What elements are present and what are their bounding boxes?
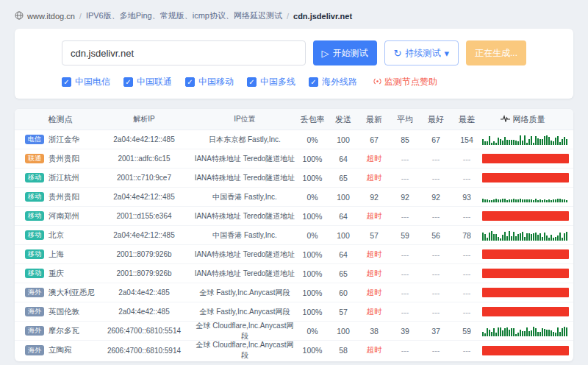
col-header-ip-location: IP位置 (193, 114, 297, 124)
avg-latency: 92 (390, 193, 420, 202)
node-location: 澳大利亚悉尼 (49, 288, 95, 298)
isp-badge: 联通 (25, 154, 44, 164)
table-header-row: 检测点 解析IP IP位置 丢包率 发送 最新 平均 最好 最差 网络质量 (15, 109, 573, 130)
best-latency: --- (420, 308, 451, 316)
checkbox-checked-icon[interactable]: ✓ (247, 77, 257, 87)
sponsor-label: 监测节点赞助 (384, 76, 437, 88)
quality-cell (482, 346, 569, 355)
worst-latency: --- (451, 212, 482, 221)
start-test-button[interactable]: ▷ 开始测试 (313, 40, 377, 65)
latest-latency: 67 (359, 135, 390, 144)
host-input[interactable] (62, 40, 306, 65)
avg-latency: --- (390, 174, 420, 182)
ip-location: IANA特殊地址 Teredo隧道地址 (193, 269, 297, 279)
checkbox-checked-icon[interactable]: ✓ (185, 77, 195, 87)
table-row: 联通贵州贵阳2001::adfc:6c15IANA特殊地址 Teredo隧道地址… (15, 149, 573, 169)
ip-location: IANA特殊地址 Teredo隧道地址 (193, 249, 297, 260)
node-cell: 移动贵州贵阳 (25, 192, 96, 202)
table-row: 移动河南郑州2001::d155:e364IANA特殊地址 Teredo隧道地址… (15, 207, 573, 226)
avg-latency: --- (390, 155, 420, 163)
worst-latency: --- (451, 174, 482, 182)
node-cell: 联通贵州贵阳 (25, 154, 96, 164)
best-latency: --- (420, 250, 451, 259)
ip-location: 全球 Cloudflare,Inc.Anycast网段 (193, 340, 297, 361)
avg-latency: 39 (390, 327, 420, 336)
isp-badge: 海外 (25, 326, 44, 336)
isp-badge: 移动 (25, 249, 44, 260)
play-icon: ▷ (322, 49, 329, 58)
checkbox-checked-icon[interactable]: ✓ (123, 77, 133, 87)
loss-rate: 100% (297, 155, 328, 163)
col-header-loss: 丢包率 (297, 114, 328, 125)
isp-badge: 海外 (25, 288, 44, 298)
results-table: 检测点 解析IP IP位置 丢包率 发送 最新 平均 最好 最差 网络质量 电信… (15, 109, 573, 361)
controls-row: ▷ 开始测试 ↻ 持续测试 ▾ 正在生成... (62, 40, 526, 65)
avg-latency: --- (390, 250, 420, 259)
breadcrumb-separator: / (287, 12, 289, 21)
table-row: 电信浙江金华2a04:4e42:12::485日本东京都 Fastly,Inc.… (15, 130, 573, 149)
isp-checkbox[interactable]: ✓中国多线 (247, 76, 295, 88)
controls-card: ▷ 开始测试 ↻ 持续测试 ▾ 正在生成... ✓中国电信✓中国联通✓中国移动✓… (15, 29, 573, 99)
resolved-ip: 2606:4700::6810:5514 (96, 327, 193, 335)
breadcrumb-site[interactable]: www.itdog.cn (27, 12, 75, 21)
isp-badge: 移动 (25, 211, 44, 222)
node-cell: 移动上海 (25, 249, 96, 260)
node-cell: 电信浙江金华 (25, 135, 96, 145)
sent-count: 100 (328, 135, 359, 144)
checkbox-label: 海外线路 (322, 76, 357, 88)
best-latency: 67 (420, 135, 451, 144)
resolved-ip: 2a04:4e42:12::485 (96, 231, 193, 239)
resolved-ip: 2a04:4e42::485 (96, 308, 193, 316)
sent-count: 57 (328, 308, 359, 316)
isp-checkbox[interactable]: ✓中国联通 (123, 76, 172, 88)
worst-latency: 78 (451, 231, 482, 240)
continuous-test-button[interactable]: ↻ 持续测试 ▾ (384, 40, 459, 65)
node-location: 贵州贵阳 (49, 192, 79, 202)
isp-checkbox[interactable]: ✓中国移动 (185, 76, 234, 88)
isp-badge: 海外 (25, 345, 44, 355)
sent-count: 60 (328, 288, 359, 297)
checkbox-checked-icon[interactable]: ✓ (309, 77, 318, 87)
best-latency: 56 (420, 231, 451, 240)
resolved-ip: 2001::8079:926b (96, 269, 193, 277)
worst-latency: --- (451, 308, 482, 316)
table-body: 电信浙江金华2a04:4e42:12::485日本东京都 Fastly,Inc.… (15, 130, 573, 360)
worst-latency: 59 (451, 327, 482, 336)
isp-checkbox[interactable]: ✓海外线路 (309, 76, 357, 88)
isp-checkbox[interactable]: ✓中国电信 (62, 76, 110, 88)
best-latency: --- (420, 346, 451, 355)
best-latency: --- (420, 174, 451, 182)
loss-rate: 100% (297, 288, 328, 297)
packet-loss-bar (482, 269, 569, 278)
sent-count: 58 (328, 346, 359, 355)
node-location: 重庆 (49, 269, 64, 279)
table-row: 海外英国伦敦2a04:4e42::485全球 Fastly,Inc.Anycas… (15, 302, 573, 322)
col-header-quality: 网络质量 (482, 114, 563, 125)
loss-rate: 100% (297, 346, 328, 355)
sent-count: 65 (328, 269, 359, 278)
sent-count: 64 (328, 212, 359, 221)
worst-latency: --- (451, 288, 482, 297)
generating-button[interactable]: 正在生成... (466, 40, 526, 65)
latest-latency: 超时 (359, 345, 390, 355)
col-header-worst: 最差 (451, 114, 482, 125)
latency-sparkline (482, 326, 568, 336)
pulse-icon (501, 115, 510, 124)
breadcrumb-category[interactable]: IPV6版、多地Ping、常规版、icmp协议、网络延迟测试 (86, 10, 282, 21)
latest-latency: 超时 (359, 154, 390, 164)
sponsor-link[interactable]: 监测节点赞助 (373, 76, 437, 88)
avg-latency: --- (390, 288, 420, 297)
node-cell: 海外摩尔多瓦 (25, 326, 96, 336)
loss-rate: 0% (297, 231, 328, 240)
ip-location: 全球 Fastly,Inc.Anycast网段 (193, 307, 297, 317)
col-header-node: 检测点 (25, 114, 96, 125)
packet-loss-bar (482, 211, 569, 221)
checkbox-checked-icon[interactable]: ✓ (62, 77, 71, 87)
resolved-ip: 2001::c710:9ce7 (96, 174, 193, 182)
packet-loss-bar (482, 346, 569, 355)
node-cell: 移动河南郑州 (25, 211, 96, 222)
latest-latency: 超时 (359, 288, 390, 298)
best-latency: --- (420, 269, 451, 278)
col-header-quality-label: 网络质量 (513, 114, 545, 125)
quality-cell (482, 288, 569, 297)
